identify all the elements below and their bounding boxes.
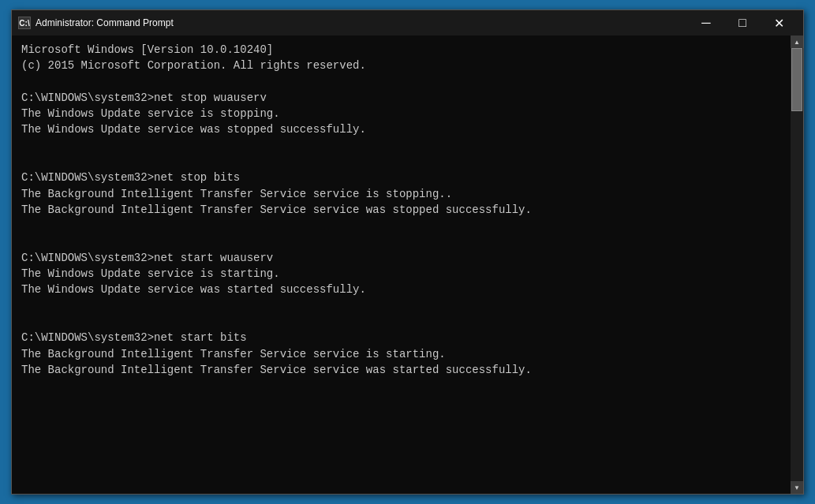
minimize-button[interactable]: ─ [688,10,724,35]
scrollbar-track[interactable] [791,48,803,481]
scrollbar-thumb[interactable] [791,48,802,111]
console-output[interactable]: Microsoft Windows [Version 10.0.10240] (… [12,35,791,494]
window-controls: ─ □ ✕ [688,10,797,35]
maximize-button[interactable]: □ [724,10,761,35]
window-title: Administrator: Command Prompt [36,17,688,28]
console-area: Microsoft Windows [Version 10.0.10240] (… [12,35,803,494]
title-bar: C:\ Administrator: Command Prompt ─ □ ✕ [12,10,803,35]
scrollbar[interactable]: ▲ ▼ [791,35,803,494]
close-button[interactable]: ✕ [761,10,797,35]
window-icon: C:\ [18,17,31,29]
cmd-window: C:\ Administrator: Command Prompt ─ □ ✕ … [11,9,804,495]
scroll-up-arrow[interactable]: ▲ [791,35,803,48]
scroll-down-arrow[interactable]: ▼ [791,481,803,494]
